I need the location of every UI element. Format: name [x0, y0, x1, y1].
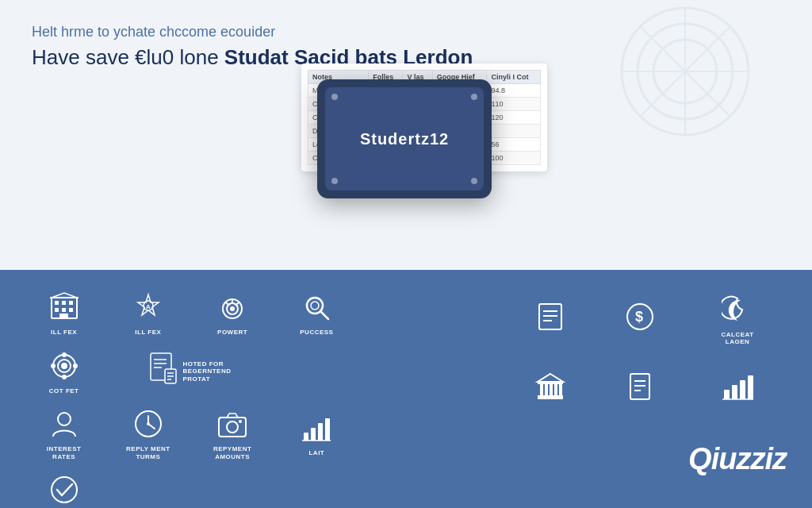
top-section: Helt hrme to ychate chccome ecouider Hav…: [0, 0, 812, 270]
icon-dollar[interactable]: $: [597, 295, 683, 342]
search-icon: [299, 290, 334, 325]
svg-rect-53: [311, 428, 316, 441]
icon-moon[interactable]: CALCEATLAGEN: [687, 288, 788, 350]
svg-point-28: [311, 302, 319, 310]
svg-rect-10: [69, 301, 73, 305]
award-label: ILL FEX: [135, 329, 161, 337]
building-icon: [47, 290, 82, 325]
bg-decoration: [606, 0, 764, 151]
person-icon: [47, 406, 82, 441]
svg-point-51: [239, 420, 242, 423]
icon-check-circle[interactable]: FNDCERNTARUTONS: [24, 468, 104, 508]
svg-point-35: [61, 363, 67, 369]
bank-icon: [533, 369, 568, 404]
doc-recommend-label: Hoted forBegerntendProtat: [182, 360, 231, 383]
icon-building[interactable]: ILL FEX: [24, 286, 104, 341]
camera-label: REPYMENTAMOUNTS: [213, 445, 251, 460]
svg-rect-72: [538, 398, 563, 399]
svg-rect-65: [538, 382, 563, 384]
svg-rect-80: [748, 375, 753, 399]
svg-point-44: [58, 413, 71, 425]
chart-icon: [299, 410, 334, 445]
svg-rect-66: [540, 384, 543, 395]
svg-rect-77: [724, 390, 730, 399]
svg-rect-71: [538, 395, 563, 398]
icon-power[interactable]: POWERT: [193, 286, 273, 341]
svg-point-31: [62, 352, 67, 357]
svg-line-23: [236, 302, 239, 306]
svg-rect-49: [219, 418, 246, 437]
brand-cell: Qiuzziz: [687, 438, 788, 480]
person-label: INTERESTRATES: [47, 445, 82, 460]
tablet-device-container: Studertz12: [309, 79, 500, 198]
chart-label: LAIT: [308, 449, 324, 457]
icon-document-recommended[interactable]: Hoted forBegerntendProtat: [108, 348, 273, 394]
power-icon: [215, 290, 250, 325]
icon-clock[interactable]: REPLY MENTTURMS: [108, 402, 188, 464]
brand-logo: Qiuzziz: [688, 442, 787, 476]
svg-rect-13: [69, 308, 73, 312]
small-doc-icon: [622, 369, 657, 404]
icon-award[interactable]: A ILL FEX: [108, 286, 188, 341]
clock-icon: [131, 406, 166, 441]
icon-doc-list[interactable]: [508, 295, 593, 342]
doc-list-icon: [533, 299, 568, 334]
icon-bar-chart[interactable]: [687, 365, 788, 412]
power-label: POWERT: [217, 329, 247, 337]
moon-icon: [720, 292, 755, 327]
svg-rect-8: [55, 301, 59, 305]
icon-bank[interactable]: [508, 365, 593, 412]
cog-label: COT FET: [49, 387, 79, 395]
svg-rect-55: [325, 418, 330, 441]
title-light: Have save €lu0 lone: [32, 45, 219, 69]
svg-rect-69: [554, 384, 557, 395]
tablet-device: Studertz12: [317, 79, 492, 198]
svg-point-48: [147, 422, 150, 425]
icon-chart[interactable]: LAIT: [277, 406, 357, 461]
icons-left-grid: ILL FEX A ILL FEX: [24, 286, 357, 492]
building-label: ILL FEX: [51, 329, 77, 337]
svg-point-50: [227, 421, 238, 433]
svg-point-32: [62, 375, 67, 379]
icon-small-doc[interactable]: [597, 365, 683, 412]
svg-line-27: [320, 311, 328, 319]
screen-dot-tl: [331, 94, 338, 100]
award-icon: A: [131, 290, 166, 325]
icon-cog[interactable]: COT FET: [24, 344, 104, 399]
svg-rect-70: [559, 384, 562, 395]
svg-rect-52: [304, 433, 308, 441]
icon-search[interactable]: PUCCESS: [277, 286, 357, 341]
device-screen-text: Studertz12: [360, 130, 449, 148]
svg-text:A: A: [146, 303, 151, 310]
svg-line-24: [226, 302, 229, 306]
screen-dot-tr: [471, 94, 477, 100]
svg-rect-11: [55, 308, 59, 312]
screen-dot-br: [471, 178, 477, 184]
center-area: [357, 286, 508, 492]
dollar-icon: $: [622, 299, 657, 334]
svg-point-33: [51, 364, 56, 368]
screen-dot-bl: [331, 178, 338, 184]
icons-right-grid: $ CALCEATLAGEN: [508, 286, 788, 492]
clock-label: REPLY MENTTURMS: [126, 445, 170, 460]
svg-marker-64: [538, 374, 563, 382]
moon-label: CALCEATLAGEN: [721, 331, 753, 346]
search-label: PUCCESS: [300, 329, 333, 337]
svg-rect-78: [732, 385, 737, 399]
icon-person[interactable]: INTERESTRATES: [24, 402, 104, 464]
tablet-screen: Studertz12: [325, 87, 484, 190]
doc-recommend-icon: [149, 352, 178, 387]
svg-rect-67: [545, 384, 548, 395]
svg-point-22: [230, 306, 235, 311]
svg-point-57: [52, 477, 77, 502]
svg-rect-68: [550, 384, 553, 395]
icon-camera[interactable]: REPYMENTAMOUNTS: [193, 402, 273, 464]
svg-point-34: [73, 364, 78, 368]
cog-icon: [47, 348, 82, 383]
svg-rect-12: [62, 308, 66, 312]
svg-rect-54: [318, 423, 323, 441]
svg-rect-79: [740, 380, 745, 399]
svg-rect-14: [59, 314, 68, 318]
bottom-section: ILL FEX A ILL FEX: [0, 270, 812, 508]
check-circle-icon: [47, 472, 82, 507]
